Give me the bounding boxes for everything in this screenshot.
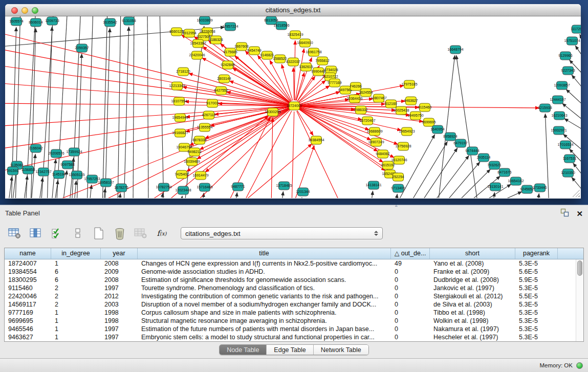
cell-indegree[interactable]: 1: [51, 317, 101, 325]
column-header-outde[interactable]: △ out_de...: [391, 248, 430, 259]
citation-edge-black[interactable]: [180, 196, 182, 198]
cell-indegree[interactable]: 6: [51, 268, 101, 276]
cell-title[interactable]: Tourette syndrome. Phenomenology and cla…: [138, 284, 391, 292]
citation-edge-red[interactable]: [205, 110, 290, 172]
cell-short[interactable]: Dudbridge et al. (2008): [430, 276, 515, 284]
cell-year[interactable]: 2003: [101, 300, 138, 309]
citation-edge-red[interactable]: [299, 85, 330, 103]
new-column-icon[interactable]: [92, 227, 106, 240]
cell-outde[interactable]: 0: [391, 317, 430, 325]
cell-year[interactable]: 2009: [101, 268, 138, 276]
cell-indegree[interactable]: 1: [51, 309, 101, 317]
cell-name[interactable]: 9115460: [5, 284, 51, 292]
cell-short[interactable]: Tibbo et al. (1998): [430, 309, 515, 317]
citation-edge-black[interactable]: [105, 28, 110, 198]
delete-column-icon[interactable]: [113, 227, 127, 240]
citation-edge-black[interactable]: [395, 194, 397, 198]
cell-year[interactable]: 1997: [101, 333, 138, 341]
table-row[interactable]: 946362711997Embryonic stem cells: a mode…: [5, 333, 583, 341]
cell-year[interactable]: 1997: [101, 284, 138, 292]
citation-edge-black[interactable]: [300, 198, 302, 198]
cell-pagerank[interactable]: 5.3E-5: [515, 284, 558, 292]
network-view-window[interactable]: citations_edges.txt 18724007183002958660…: [5, 4, 581, 199]
cell-outde[interactable]: 0: [391, 276, 430, 284]
cell-pagerank[interactable]: 5.5E-5: [515, 292, 558, 300]
cell-year[interactable]: 2012: [101, 292, 138, 300]
tab-network-table[interactable]: Network Table: [314, 345, 368, 355]
cell-name[interactable]: 18300295: [5, 276, 51, 284]
cell-outde[interactable]: 0: [391, 292, 430, 300]
table-row[interactable]: 2242004622012Investigating the contribut…: [5, 292, 583, 300]
cell-year[interactable]: 1998: [101, 309, 138, 317]
cell-outde[interactable]: 0: [391, 309, 430, 317]
cell-name[interactable]: 9777169: [5, 309, 51, 317]
cell-title[interactable]: Changes of HCN gene expression and I(f) …: [138, 259, 391, 268]
cell-title[interactable]: Genome-wide association studies in ADHD.: [138, 268, 391, 276]
column-header-year[interactable]: year: [101, 248, 138, 259]
citation-edge-black[interactable]: [147, 16, 148, 198]
cell-year[interactable]: 1997: [101, 325, 138, 333]
tab-node-table[interactable]: Node Table: [220, 345, 267, 355]
cell-short[interactable]: Hescheler et al. (1997): [430, 333, 515, 341]
cell-indegree[interactable]: 2: [51, 292, 101, 300]
citation-edge-black[interactable]: [537, 193, 539, 198]
citation-edge-red[interactable]: [293, 68, 294, 100]
cell-title[interactable]: Corpus callosum shape and size in male p…: [138, 309, 391, 317]
cell-outde[interactable]: 0: [391, 284, 430, 292]
citation-edge-black[interactable]: [103, 188, 105, 198]
citation-edge-black[interactable]: [235, 192, 237, 198]
citation-edge-black[interactable]: [118, 193, 120, 198]
cell-indegree[interactable]: 2: [51, 300, 101, 309]
cell-short[interactable]: Nakamura et al. (1997): [430, 325, 515, 333]
citation-edge-red[interactable]: [159, 116, 269, 198]
table-row[interactable]: 1830029562008Estimation of significance …: [5, 276, 583, 284]
cell-pagerank[interactable]: 5.3E-5: [515, 259, 558, 268]
citation-edge-black[interactable]: [74, 181, 76, 198]
cell-outde[interactable]: 0: [391, 300, 430, 309]
cell-indegree[interactable]: 1: [51, 333, 101, 341]
citation-edge-black[interactable]: [87, 16, 93, 198]
citation-edge-red[interactable]: [299, 80, 326, 102]
citation-edge-black[interactable]: [371, 191, 373, 198]
table-scrollbar[interactable]: [576, 259, 583, 341]
table-selector-dropdown[interactable]: citations_edges.txt: [181, 227, 383, 239]
cell-name[interactable]: 9699695: [5, 317, 51, 325]
citation-edge-red[interactable]: [5, 107, 289, 172]
column-header-pagerank[interactable]: pagerank: [515, 248, 558, 259]
table-row[interactable]: 1938455462009Genome-wide association stu…: [5, 268, 583, 276]
cell-name[interactable]: 19384554: [5, 268, 51, 276]
cell-pagerank[interactable]: 5.3E-5: [515, 333, 558, 341]
cell-name[interactable]: 9463627: [5, 333, 51, 341]
tab-edge-table[interactable]: Edge Table: [267, 345, 313, 355]
cell-title[interactable]: Investigating the contribution of common…: [138, 292, 391, 300]
citation-edge-black[interactable]: [566, 89, 581, 111]
citation-edge-black[interactable]: [281, 191, 284, 198]
cell-pagerank[interactable]: 5.9E-5: [515, 276, 558, 284]
citation-edge-black[interactable]: [572, 75, 581, 96]
citation-edge-red[interactable]: [294, 40, 295, 100]
cell-indegree[interactable]: 1: [51, 325, 101, 333]
cell-entry-icon[interactable]: [71, 227, 85, 240]
cell-short[interactable]: de Silva et al. (2003): [430, 300, 515, 309]
float-panel-icon[interactable]: [560, 208, 569, 219]
table-mode-icon[interactable]: [8, 227, 22, 240]
citation-edge-red[interactable]: [292, 112, 294, 198]
splitter-handle-icon[interactable]: ▵: [395, 203, 398, 208]
cell-short[interactable]: Yano et al. (2008): [430, 259, 515, 268]
close-panel-icon[interactable]: ✕: [576, 210, 583, 217]
table-row[interactable]: 946554611997Estimation of the future num…: [5, 325, 583, 333]
citation-edge-black[interactable]: [451, 169, 490, 198]
cell-title[interactable]: Estimation of the future numbers of pati…: [138, 325, 391, 333]
cell-short[interactable]: Wolkin et al. (1998): [430, 317, 515, 325]
citation-edge-black[interactable]: [102, 16, 107, 198]
cell-year[interactable]: 2008: [101, 259, 138, 268]
cell-year[interactable]: 2008: [101, 276, 138, 284]
citation-edge-black[interactable]: [118, 16, 121, 198]
citation-edge-black[interactable]: [407, 141, 447, 198]
table-row[interactable]: 1872400712008Changes of HCN gene express…: [5, 259, 583, 268]
cell-year[interactable]: 1998: [101, 317, 138, 325]
cell-indegree[interactable]: 6: [51, 276, 101, 284]
column-visibility-icon[interactable]: [29, 227, 43, 240]
function-builder-icon[interactable]: f(x): [155, 227, 169, 240]
column-header-name[interactable]: name: [5, 248, 51, 259]
